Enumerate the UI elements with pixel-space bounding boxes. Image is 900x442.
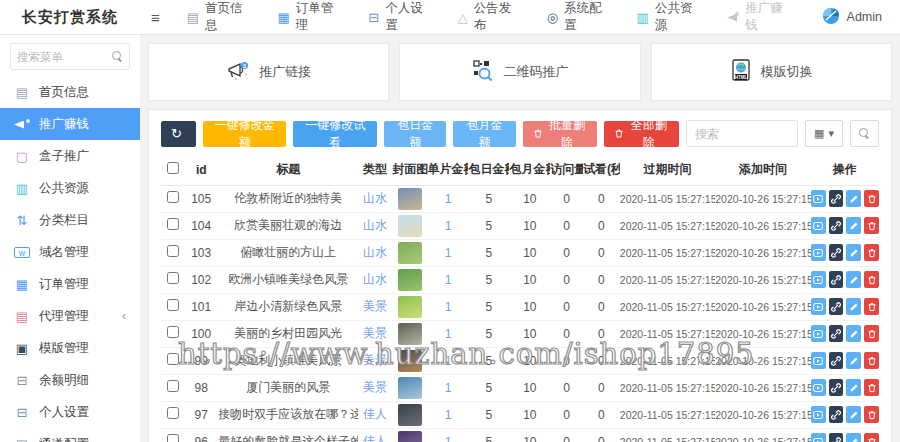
delete-button[interactable] — [864, 352, 879, 369]
play-video-button[interactable] — [811, 190, 826, 207]
row-checkbox[interactable] — [167, 299, 179, 311]
top-nav-item[interactable]: ⊟ 个人设置 — [352, 0, 442, 34]
edit-button[interactable] — [846, 433, 861, 442]
delete-button[interactable] — [864, 298, 879, 315]
table-search-input[interactable] — [686, 120, 798, 147]
toolbar-button[interactable]: 一键修改金额 — [203, 121, 287, 147]
delete-button[interactable] — [864, 379, 879, 396]
sidebar-item[interactable]: ▦ 订单管理 — [0, 268, 140, 300]
promo-link-card[interactable]: $ 推广链接 — [148, 43, 389, 101]
toolbar-button[interactable]: 全部删除 — [604, 121, 679, 147]
row-single-amount[interactable]: 1 — [445, 246, 452, 260]
delete-button[interactable] — [864, 406, 879, 423]
delete-button[interactable] — [864, 325, 879, 342]
cover-thumbnail[interactable] — [398, 269, 422, 291]
cover-thumbnail[interactable] — [398, 404, 422, 426]
cover-thumbnail[interactable] — [398, 188, 422, 210]
sidebar-item[interactable]: 推广赚钱 — [0, 108, 140, 140]
row-single-amount[interactable]: 1 — [445, 327, 452, 341]
qrcode-promo-card[interactable]: 二维码推广 — [399, 43, 640, 101]
top-nav-item[interactable]: △ 公告发布 — [442, 0, 531, 34]
edit-button[interactable] — [846, 406, 861, 423]
delete-button[interactable] — [864, 244, 879, 261]
row-checkbox[interactable] — [167, 407, 179, 419]
play-video-button[interactable] — [811, 352, 826, 369]
template-switch-card[interactable]: HTML 模版切换 — [651, 43, 892, 101]
delete-button[interactable] — [864, 271, 879, 288]
row-checkbox[interactable] — [167, 434, 179, 442]
select-all-checkbox[interactable] — [167, 162, 179, 174]
hamburger-menu-icon[interactable]: ≡ — [140, 9, 171, 26]
column-filter-button[interactable]: ▦ ▾ — [805, 120, 843, 147]
top-nav-item[interactable]: ▥ 公共资源 — [621, 0, 712, 34]
row-type-link[interactable]: 山水 — [363, 218, 387, 232]
row-type-link[interactable]: 山水 — [363, 191, 387, 205]
toolbar-button[interactable]: ↻ — [161, 121, 196, 147]
toolbar-button[interactable]: 一键修改试看 — [293, 121, 377, 147]
link-button[interactable] — [829, 379, 844, 396]
link-button[interactable] — [829, 217, 844, 234]
delete-button[interactable] — [864, 433, 879, 442]
row-type-link[interactable]: 美景 — [363, 326, 387, 340]
cover-thumbnail[interactable] — [398, 377, 422, 399]
edit-button[interactable] — [846, 379, 861, 396]
cover-thumbnail[interactable] — [398, 350, 422, 372]
edit-button[interactable] — [846, 244, 861, 261]
row-single-amount[interactable]: 1 — [445, 273, 452, 287]
row-type-link[interactable]: 佳人 — [363, 434, 387, 442]
top-nav-item[interactable]: ◎ 系统配置 — [531, 0, 621, 34]
sidebar-item[interactable]: ▤ 代理管理 ‹ — [0, 300, 140, 332]
row-type-link[interactable]: 佳人 — [363, 407, 387, 421]
row-single-amount[interactable]: 1 — [445, 381, 452, 395]
sidebar-item[interactable]: w 域名管理 — [0, 236, 140, 268]
edit-button[interactable] — [846, 271, 861, 288]
row-checkbox[interactable] — [167, 245, 179, 257]
toolbar-button[interactable]: 批量删除 — [523, 121, 598, 147]
row-type-link[interactable]: 山水 — [363, 245, 387, 259]
row-single-amount[interactable]: 1 — [445, 354, 452, 368]
play-video-button[interactable] — [811, 433, 826, 442]
sidebar-search[interactable] — [10, 43, 130, 70]
table-search-button[interactable] — [850, 120, 879, 147]
edit-button[interactable] — [846, 325, 861, 342]
play-video-button[interactable] — [811, 325, 826, 342]
row-checkbox[interactable] — [167, 380, 179, 392]
row-type-link[interactable]: 美景 — [363, 380, 387, 394]
top-nav-item[interactable]: 推广赚钱 — [711, 0, 803, 34]
delete-button[interactable] — [864, 217, 879, 234]
edit-button[interactable] — [846, 217, 861, 234]
row-checkbox[interactable] — [167, 272, 179, 284]
row-type-link[interactable]: 山水 — [363, 272, 387, 286]
sidebar-item[interactable]: ⇅ 分类栏目 — [0, 204, 140, 236]
edit-button[interactable] — [846, 352, 861, 369]
play-video-button[interactable] — [811, 217, 826, 234]
sidebar-item[interactable]: ⊟ 个人设置 — [0, 396, 140, 428]
top-nav-item[interactable]: ▦ 订单管理 — [262, 0, 353, 34]
edit-button[interactable] — [846, 298, 861, 315]
link-button[interactable] — [829, 406, 844, 423]
row-single-amount[interactable]: 1 — [445, 300, 452, 314]
link-button[interactable] — [829, 298, 844, 315]
row-single-amount[interactable]: 1 — [445, 408, 452, 422]
play-video-button[interactable] — [811, 379, 826, 396]
row-type-link[interactable]: 美景 — [363, 353, 387, 367]
row-checkbox[interactable] — [167, 353, 179, 365]
toolbar-button[interactable]: 包月金额 — [453, 121, 515, 147]
play-video-button[interactable] — [811, 298, 826, 315]
delete-button[interactable] — [864, 190, 879, 207]
link-button[interactable] — [829, 244, 844, 261]
sidebar-item[interactable]: ▤ 首页信息 — [0, 76, 140, 108]
link-button[interactable] — [829, 352, 844, 369]
row-single-amount[interactable]: 1 — [445, 435, 452, 442]
link-button[interactable] — [829, 190, 844, 207]
play-video-button[interactable] — [811, 271, 826, 288]
play-video-button[interactable] — [811, 244, 826, 261]
link-button[interactable] — [829, 271, 844, 288]
top-nav-item[interactable]: ▤ 首页信息 — [171, 0, 262, 34]
row-single-amount[interactable]: 1 — [445, 219, 452, 233]
row-checkbox[interactable] — [167, 191, 179, 203]
row-checkbox[interactable] — [167, 218, 179, 230]
row-type-link[interactable]: 美景 — [363, 299, 387, 313]
link-button[interactable] — [829, 325, 844, 342]
sidebar-item[interactable]: ▤ 通道配置 — [0, 428, 140, 442]
